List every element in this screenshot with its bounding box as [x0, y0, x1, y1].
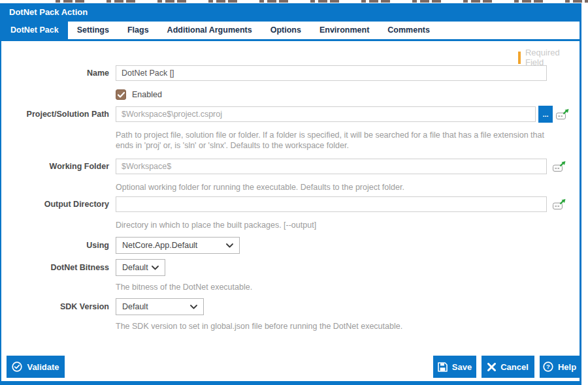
dialog-body: Required Field Name Enabled Project/Solu… [1, 43, 580, 381]
insert-variable-icon[interactable] [556, 109, 569, 120]
tab-flags[interactable]: Flags [118, 22, 158, 39]
svg-text:?: ? [546, 363, 550, 370]
working-folder-help: Optional working folder for running the … [116, 182, 404, 192]
enabled-checkbox[interactable] [116, 89, 126, 100]
tab-additional-arguments[interactable]: Additional Arguments [158, 22, 261, 39]
tab-dotnet-pack[interactable]: DotNet Pack [1, 22, 68, 39]
chevron-down-icon [226, 243, 233, 248]
help-button[interactable]: ? Help [540, 356, 580, 378]
required-field-label: Required Field [525, 48, 580, 67]
bitness-select-value: Default [122, 263, 148, 272]
working-folder-label: Working Folder [1, 159, 109, 174]
help-button-label: Help [558, 362, 576, 372]
bitness-help: The bitness of the DotNet executable. [116, 282, 252, 292]
check-icon [118, 92, 125, 98]
bitness-select[interactable]: Default [116, 259, 165, 276]
name-input[interactable] [116, 65, 547, 81]
chevron-down-icon [152, 266, 159, 270]
save-button-label: Save [452, 362, 472, 372]
output-directory-input[interactable] [116, 196, 547, 212]
save-icon [438, 362, 448, 372]
circle-check-icon [12, 362, 22, 372]
using-select-value: NetCore.App.Default [122, 241, 197, 250]
project-path-help-line2: ends in 'proj' or, is 'sln' or 'slnx'. D… [116, 140, 349, 151]
project-path-help-line1: Path to project file, solution file or f… [116, 130, 544, 140]
output-directory-help: Directory in which to place the built pa… [116, 220, 316, 230]
validate-button[interactable]: Validate [7, 356, 65, 378]
working-folder-input[interactable] [116, 159, 547, 174]
project-path-label: Project/Solution Path [1, 106, 109, 122]
tab-options[interactable]: Options [261, 22, 310, 39]
validate-button-label: Validate [27, 362, 59, 372]
required-marker [518, 52, 521, 64]
name-label: Name [1, 65, 109, 81]
sdk-version-help: The SDK version to set in global.json fi… [116, 321, 402, 331]
sdk-version-select-value: Default [122, 302, 148, 311]
dotnet-pack-action-dialog: DotNet Pack Action DotNet Pack Settings … [0, 3, 581, 385]
using-label: Using [1, 237, 109, 254]
enabled-label: Enabled [132, 90, 162, 99]
sdk-version-select[interactable]: Default [116, 298, 204, 315]
save-button[interactable]: Save [433, 356, 476, 378]
dialog-titlebar: DotNet Pack Action [1, 3, 580, 22]
bitness-label: DotNet Bitness [1, 259, 109, 276]
insert-variable-icon[interactable] [553, 161, 566, 172]
dialog-title: DotNet Pack Action [9, 7, 88, 17]
project-path-input[interactable] [116, 106, 536, 122]
background-text-fragments [56, 0, 588, 3]
tab-settings[interactable]: Settings [68, 22, 118, 39]
tab-environment[interactable]: Environment [310, 22, 378, 39]
output-directory-label: Output Directory [1, 196, 109, 212]
cancel-button[interactable]: Cancel [482, 356, 534, 378]
cancel-button-label: Cancel [500, 362, 529, 372]
chevron-down-icon [190, 305, 197, 309]
screen: DotNet Pack Action DotNet Pack Settings … [0, 0, 588, 385]
insert-variable-icon[interactable] [553, 199, 566, 210]
enabled-checkbox-row[interactable]: Enabled [116, 89, 162, 100]
close-icon [487, 363, 496, 371]
required-field-legend: Required Field [518, 48, 580, 67]
tab-bar: DotNet Pack Settings Flags Additional Ar… [1, 22, 580, 41]
using-select[interactable]: NetCore.App.Default [116, 237, 240, 254]
sdk-version-label: SDK Version [1, 298, 109, 315]
help-icon: ? [543, 362, 553, 372]
project-path-browse-button[interactable]: ... [538, 106, 553, 123]
tab-comments[interactable]: Comments [378, 22, 439, 39]
